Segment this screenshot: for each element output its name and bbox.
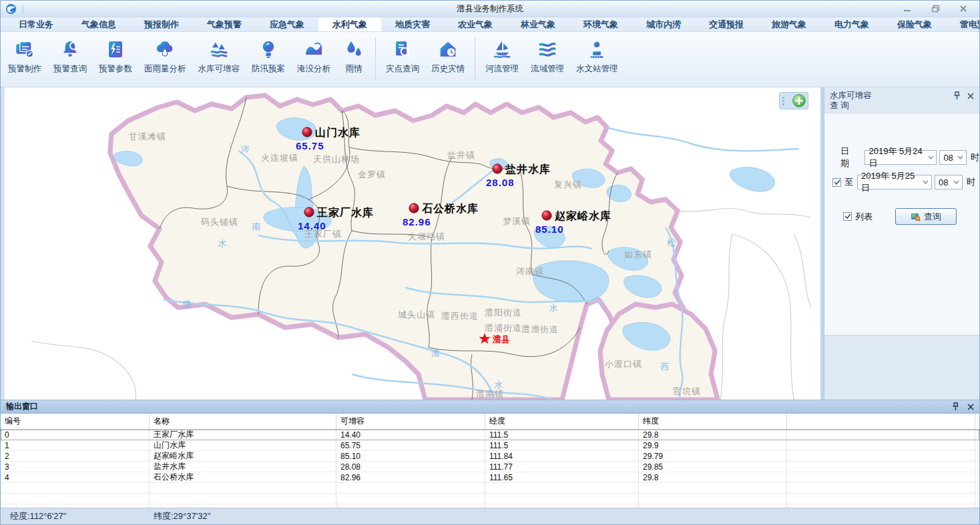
menu-tab-7[interactable]: 地质灾害 <box>381 17 444 31</box>
toolbar-button-basin[interactable]: 流域管理 <box>525 36 570 77</box>
table-row[interactable]: 0王家厂水库14.40111.529.8 <box>1 430 979 440</box>
table-cell: 65.75 <box>336 440 485 450</box>
toolbar-button-area-rain[interactable]: 面雨量分析 <box>138 36 192 77</box>
reservoir-marker-icon[interactable] <box>304 207 314 217</box>
date-to-select[interactable]: 2019年 5月25日 <box>857 175 932 189</box>
reservoir-marker-group[interactable] <box>302 127 312 137</box>
reservoir-marker-icon[interactable] <box>302 127 312 137</box>
table-empty-row[interactable] <box>1 494 979 504</box>
table-row[interactable]: 3盐井水库28.08111.7729.85 <box>1 462 979 472</box>
toolbar-button-label: 水文站管理 <box>576 63 618 75</box>
main-area: 甘溪滩镇火连坡镇天供山林场金罗镇盐井镇复兴镇码头铺镇王家厂镇大堰垱镇梦溪镇涔南镇… <box>1 87 979 400</box>
map-canvas[interactable]: 甘溪滩镇火连坡镇天供山林场金罗镇盐井镇复兴镇码头铺镇王家厂镇大堰垱镇梦溪镇涔南镇… <box>5 87 820 400</box>
rain-info-icon <box>342 38 365 61</box>
menu-tab-6[interactable]: 水利气象 <box>318 17 381 31</box>
column-header: 经度 <box>485 414 639 429</box>
panel-close-icon[interactable] <box>967 93 974 99</box>
toolbar-button-flood-analysis[interactable]: 淹没分析 <box>291 36 336 77</box>
query-button[interactable]: 查询 <box>895 208 957 225</box>
toolbar-button-hydro-station[interactable]: 水文站管理 <box>570 36 624 77</box>
menu-tab-10[interactable]: 环境气象 <box>569 17 632 31</box>
toolbar-button-disaster-history[interactable]: 历史灾情 <box>425 36 471 77</box>
river-label: 松 <box>667 237 676 247</box>
table-cell: 111.65 <box>485 472 639 482</box>
output-close-icon[interactable] <box>967 404 974 410</box>
toolbar-separator <box>375 37 376 80</box>
menu-tab-5[interactable]: 应急气象 <box>256 17 318 31</box>
river-label: 澧 <box>183 300 192 310</box>
hour-from-select[interactable]: 08 <box>939 150 967 165</box>
date-to-checkbox[interactable] <box>832 178 841 187</box>
close-button[interactable] <box>958 4 969 13</box>
date-from-select[interactable]: 2019年 5月24日 <box>865 150 937 165</box>
table-empty-row[interactable] <box>1 483 979 494</box>
panel-body: 日 期 2019年 5月24日 08 时 至 <box>824 113 979 336</box>
pin-icon[interactable] <box>953 91 961 100</box>
menu-tab-4[interactable]: 气象预警 <box>193 17 256 31</box>
query-map-icon <box>911 212 921 221</box>
reservoir-marker-group[interactable] <box>304 207 314 217</box>
toolbar-button-reservoir-capacity[interactable]: 水库可增容 <box>192 36 246 77</box>
toolbar-button-rain-info[interactable]: 雨情 <box>336 36 371 77</box>
reservoir-marker-group[interactable] <box>542 211 551 220</box>
reservoir-marker-icon[interactable] <box>409 203 419 213</box>
list-checkbox[interactable] <box>843 212 852 221</box>
town-label: 梦溪镇 <box>503 216 531 226</box>
menu-tab-12[interactable]: 交通预报 <box>695 17 758 31</box>
menu-tab-13[interactable]: 旅游气象 <box>758 17 820 31</box>
map-area[interactable]: 甘溪滩镇火连坡镇天供山林场金罗镇盐井镇复兴镇码头铺镇王家厂镇大堰垱镇梦溪镇涔南镇… <box>5 87 820 400</box>
menu-tab-16[interactable]: 雷电预警 <box>946 17 980 31</box>
menu-tab-8[interactable]: 农业气象 <box>444 17 507 31</box>
reservoir-marker-icon[interactable] <box>493 164 502 173</box>
ribbon-toolbar: 预警制作预警查询预警参数面雨量分析水库可增容防汛预案淹没分析雨情灾点查询历史灾情… <box>1 32 979 87</box>
toolbar-button-river[interactable]: 河流管理 <box>479 36 525 77</box>
table-row[interactable]: 2赵家峪水库85.10111.8429.79 <box>1 451 979 462</box>
reservoir-value-label: 65.75 <box>296 140 324 151</box>
table-row[interactable]: 1山门水库65.75111.529.9 <box>1 440 979 451</box>
zoom-in-icon[interactable] <box>792 94 806 107</box>
table-header-row: 编号名称可增容经度纬度 <box>1 414 979 430</box>
reservoir-capacity-icon <box>208 38 230 61</box>
table-cell: 29.8 <box>639 472 787 482</box>
table-cell: 石公桥水库 <box>150 472 336 482</box>
reservoir-value-label: 85.10 <box>535 223 564 235</box>
menu-tab-9[interactable]: 林业气象 <box>507 17 569 31</box>
toolbar-button-warning-params[interactable]: 预警参数 <box>93 36 138 77</box>
table-cell: 盐井水库 <box>150 462 336 472</box>
table-cell: 29.85 <box>639 462 787 472</box>
minimize-button[interactable] <box>902 4 913 13</box>
reservoir-marker-group[interactable] <box>409 203 419 213</box>
result-table[interactable]: 编号名称可增容经度纬度0王家厂水库14.40111.529.81山门水库65.7… <box>1 414 979 508</box>
chevron-down-icon <box>928 155 934 159</box>
town-label: 官垸镇 <box>673 386 701 396</box>
query-button-label: 查询 <box>924 211 941 223</box>
pin-icon[interactable] <box>952 402 959 411</box>
table-row[interactable]: 4石公桥水库82.96111.6529.8 <box>1 472 979 483</box>
output-header: 输出窗口 <box>1 400 979 414</box>
menu-tab-15[interactable]: 保险气象 <box>883 17 946 31</box>
date-from-value: 2019年 5月24日 <box>869 145 927 169</box>
table-cell <box>150 483 336 493</box>
menu-tab-3[interactable]: 预报制作 <box>130 17 193 31</box>
menu-tab-2[interactable]: 气象信息 <box>67 17 130 31</box>
reservoir-value-label: 28.08 <box>486 177 515 188</box>
toolbar-button-flood-plan[interactable]: 防汛预案 <box>246 36 291 77</box>
toolbar-button-label: 预警查询 <box>53 63 87 75</box>
restore-button[interactable] <box>930 4 941 13</box>
reservoir-marker-group[interactable] <box>493 164 502 173</box>
map-tool-flyout[interactable] <box>779 92 808 109</box>
menu-tab-11[interactable]: 城市内涝 <box>632 17 695 31</box>
hour-to-select[interactable]: 08 <box>935 175 963 189</box>
panel-header: 水库可增容 查 询 <box>824 87 979 112</box>
town-label: 金罗镇 <box>358 169 386 179</box>
reservoir-name-label: 赵家峪水库 <box>554 209 611 221</box>
river-label: 西 <box>661 362 670 372</box>
menu-tab-14[interactable]: 电力气象 <box>820 17 883 31</box>
status-bar: 经度:112°6'27" 纬度:29°37'32" <box>1 508 979 524</box>
reservoir-marker-icon[interactable] <box>542 211 551 220</box>
town-label: 天供山林场 <box>313 154 360 164</box>
toolbar-button-disaster-search[interactable]: 灾点查询 <box>380 36 425 77</box>
toolbar-button-warning-search[interactable]: 预警查询 <box>47 36 93 77</box>
toolbar-button-warning-edit[interactable]: 预警制作 <box>2 36 47 77</box>
menu-tab-1[interactable]: 日常业务 <box>5 17 67 31</box>
